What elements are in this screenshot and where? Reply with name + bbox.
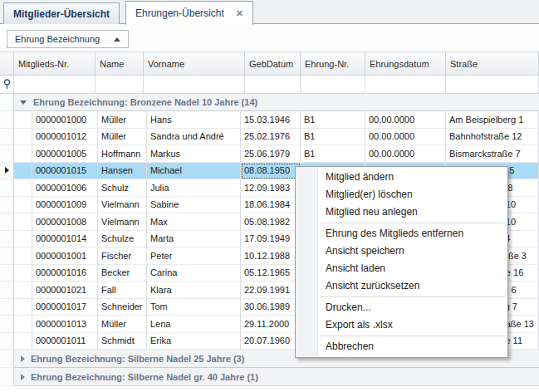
filter-cell[interactable] — [446, 76, 539, 94]
group-row[interactable]: Ehrung Bezeichnung: Bronzene Nadel 10 Ja… — [0, 94, 539, 111]
menu-item-mitglied-neu-anlegen[interactable]: Mitglied neu anlegen — [296, 203, 507, 221]
cell[interactable]: Bismarckstraße 7 — [446, 145, 539, 163]
menu-item-ansicht-laden[interactable]: Ansicht laden — [296, 260, 507, 277]
expand-group-icon[interactable] — [21, 374, 25, 380]
cell[interactable]: Schmidt — [98, 333, 147, 350]
cell[interactable]: 0000001005 — [32, 145, 98, 163]
cell[interactable]: Carina — [147, 265, 241, 282]
cell[interactable]: 12.09.1983 — [241, 179, 301, 197]
cell[interactable]: Michael — [147, 163, 241, 180]
cell[interactable]: 18.06.1984 — [241, 197, 301, 214]
cell[interactable]: Klara — [147, 282, 241, 299]
menu-item-abbrechen[interactable]: Abbrechen — [296, 338, 507, 355]
cell[interactable]: Max — [147, 213, 241, 231]
cell[interactable]: Hansen — [98, 163, 147, 180]
menu-item-ehrung-des-mitglieds-entfernen[interactable]: Ehrung des Mitglieds entfernen — [296, 225, 507, 243]
cell[interactable]: Vielmann — [98, 197, 147, 214]
cell[interactable]: 0000001013 — [32, 316, 98, 333]
menu-item-mitglied-ändern[interactable]: Mitglied ändern — [296, 169, 507, 186]
cell[interactable]: 0000001006 — [32, 179, 98, 197]
cell[interactable]: 0000001011 — [32, 333, 98, 350]
cell[interactable]: 0000001015 — [32, 163, 98, 180]
cell[interactable]: 08.08.1950 — [241, 163, 301, 180]
cell[interactable]: 00.00.0000 — [365, 111, 446, 129]
cell[interactable]: B1 — [301, 129, 365, 146]
cell[interactable]: Sabine — [147, 197, 241, 214]
cell[interactable]: Julia — [147, 179, 241, 197]
cell[interactable]: Marta — [147, 231, 241, 248]
group-row-body[interactable]: Ehrung Bezeichnung: Bronzene Nadel 10 Ja… — [14, 94, 539, 111]
cell[interactable]: Schulze — [98, 231, 147, 248]
table-row[interactable]: 0000001005HoffmannMarkus25.06.1979B100.0… — [0, 145, 539, 163]
filter-cell[interactable] — [14, 76, 96, 94]
filter-cell[interactable] — [245, 76, 301, 94]
filter-cell[interactable] — [96, 76, 144, 94]
cell[interactable]: 0000001016 — [32, 265, 98, 282]
cell[interactable]: Becker — [98, 265, 147, 282]
cell[interactable]: 15.03.1946 — [241, 111, 301, 129]
cell[interactable]: 29.11.2000 — [241, 316, 301, 333]
cell[interactable]: 0000001008 — [32, 213, 98, 231]
table-row[interactable]: 0000001000MüllerHans15.03.1946B100.00.00… — [0, 111, 539, 129]
cell[interactable]: 0000001000 — [32, 111, 98, 129]
cell[interactable]: Tom — [147, 299, 241, 316]
column-header-ehrungsdatum[interactable]: Ehrungsdatum — [365, 52, 446, 76]
menu-item-ansicht-speichern[interactable]: Ansicht speichern — [296, 243, 507, 260]
cell[interactable]: 22.09.1991 — [241, 282, 301, 299]
cell[interactable]: Bahnhofstraße 12 — [446, 129, 539, 146]
cell[interactable]: Fischer — [98, 247, 147, 265]
cell[interactable]: Müller — [98, 316, 147, 333]
cell[interactable]: 20.07.1960 — [241, 333, 301, 350]
cell[interactable]: B1 — [301, 111, 365, 129]
cell[interactable]: 25.02.1976 — [241, 129, 301, 146]
cell[interactable]: 30.06.1989 — [241, 299, 301, 316]
group-row[interactable]: Ehrung Bezeichnung: Silberne Nadel gr. 4… — [0, 368, 539, 386]
column-header-ehrung-nr-[interactable]: Ehrung-Nr. — [301, 52, 365, 76]
cell[interactable]: Schulz — [98, 179, 147, 197]
cell[interactable]: Markus — [147, 145, 241, 163]
cell[interactable]: Am Beispielberg 1 — [446, 111, 539, 129]
cell[interactable]: 0000001014 — [32, 231, 98, 248]
cell[interactable]: Peter — [147, 247, 241, 265]
cell[interactable]: 0000001012 — [32, 129, 98, 146]
cell[interactable]: Lena — [147, 316, 241, 333]
column-header-gebdatum[interactable]: GebDatum — [245, 52, 301, 76]
cell[interactable]: Erika — [147, 333, 241, 350]
cell[interactable]: B1 — [301, 145, 365, 163]
cell[interactable]: Schneider — [98, 299, 147, 316]
group-row-body[interactable]: Ehrung Bezeichnung: Silberne Nadel gr. 4… — [14, 368, 539, 386]
cell[interactable]: Müller — [98, 111, 147, 129]
tab-mitglieder-uebersicht[interactable]: Mitglieder-Übersicht — [3, 2, 120, 24]
cell[interactable]: 0000001009 — [32, 197, 98, 214]
cell[interactable]: 10.12.1988 — [241, 247, 301, 265]
column-header-stra-e[interactable]: Straße — [446, 52, 539, 76]
menu-item-mitglied-er-löschen[interactable]: Mitglied(er) löschen — [296, 186, 507, 203]
cell[interactable]: 05.12.1965 — [241, 265, 301, 282]
expand-group-icon[interactable] — [21, 355, 25, 362]
filter-cell[interactable] — [365, 76, 446, 94]
cell[interactable]: Hans — [147, 111, 241, 129]
tab-ehrungen-uebersicht[interactable]: Ehrungen-Übersicht ✕ — [125, 1, 253, 25]
cell[interactable]: 0000001001 — [32, 247, 98, 265]
menu-item-export-als-xlsx[interactable]: Export als .xlsx — [296, 316, 507, 334]
cell[interactable]: 00.00.0000 — [365, 129, 446, 146]
cell[interactable]: Vielmann — [98, 213, 147, 231]
close-icon[interactable]: ✕ — [236, 9, 243, 18]
cell[interactable]: Müller — [98, 129, 147, 146]
column-header-mitglieds-nr-[interactable]: Mitglieds-Nr. — [14, 52, 96, 76]
column-header-name[interactable]: Name — [96, 52, 144, 76]
table-row[interactable]: 0000001012MüllerSandra und André25.02.19… — [0, 129, 539, 146]
collapse-group-icon[interactable] — [20, 100, 27, 105]
cell[interactable]: 0000001017 — [32, 299, 98, 316]
cell[interactable]: Sandra und André — [147, 129, 241, 146]
filter-cell[interactable] — [301, 76, 365, 94]
group-by-button[interactable]: Ehrung Bezeichnung — [7, 30, 129, 48]
cell[interactable]: 0000001021 — [32, 282, 98, 299]
cell[interactable]: 25.06.1979 — [241, 145, 301, 163]
cell[interactable]: 17.09.1949 — [241, 231, 301, 248]
menu-item-drucken-[interactable]: Drucken... — [296, 299, 507, 316]
menu-item-ansicht-zurücksetzen[interactable]: Ansicht zurücksetzen — [296, 277, 507, 295]
cell[interactable]: 05.08.1982 — [241, 213, 301, 231]
cell[interactable]: Hoffmann — [98, 145, 147, 163]
cell[interactable]: 00.00.0000 — [365, 145, 446, 163]
